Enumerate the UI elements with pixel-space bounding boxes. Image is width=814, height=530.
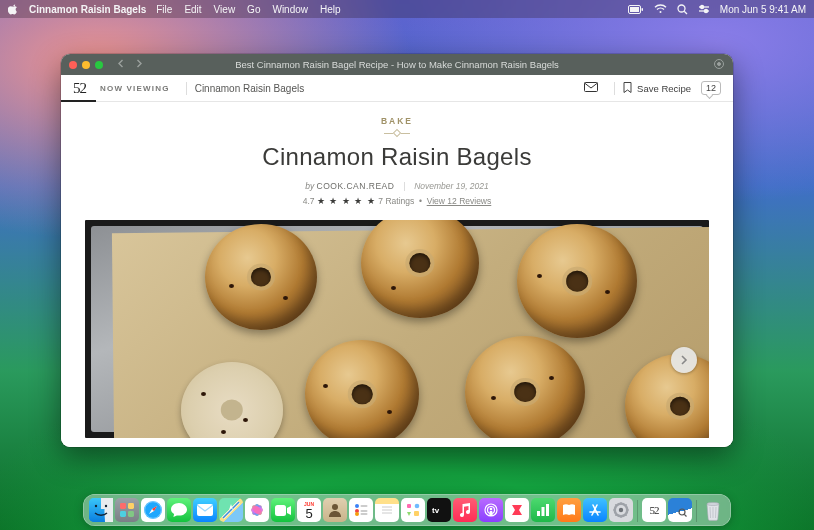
carousel-next-icon[interactable]: [671, 347, 697, 373]
recipe-ratings: 4.7 ★ ★ ★ ★ ★ 7 Ratings • View 12 Review…: [61, 196, 733, 206]
dock-app-appstore[interactable]: [583, 498, 607, 522]
view-reviews-link[interactable]: View 12 Reviews: [427, 196, 492, 206]
bookmark-icon: [623, 82, 632, 95]
recipe-page: BAKE Cinnamon Raisin Bagels by COOK.CAN.…: [61, 102, 733, 447]
svg-marker-47: [407, 512, 411, 516]
svg-point-4: [678, 5, 685, 12]
wifi-icon[interactable]: [654, 4, 667, 14]
dock: JUN 5 tv 52: [83, 494, 731, 526]
svg-rect-16: [120, 503, 126, 509]
search-icon[interactable]: [677, 4, 688, 15]
dock-app-safari[interactable]: [141, 498, 165, 522]
menu-view[interactable]: View: [214, 4, 236, 15]
site-logo[interactable]: 52: [73, 80, 86, 97]
svg-text:tv: tv: [432, 506, 440, 515]
window-title: Best Cinnamon Raisin Bagel Recipe - How …: [61, 59, 733, 70]
svg-point-7: [700, 5, 703, 8]
dock-container: JUN 5 tv 52: [0, 494, 814, 526]
rating-value: 4.7: [303, 196, 315, 206]
recipe-category[interactable]: BAKE: [61, 116, 733, 126]
dock-separator: [637, 500, 638, 522]
menu-go[interactable]: Go: [247, 4, 260, 15]
battery-icon[interactable]: [628, 5, 644, 14]
dock-app-launchpad[interactable]: [115, 498, 139, 522]
ornament-icon: [384, 130, 410, 137]
dock-app-freeform[interactable]: [401, 498, 425, 522]
svg-rect-19: [128, 511, 134, 517]
svg-point-40: [355, 512, 359, 516]
svg-rect-2: [641, 8, 643, 11]
mail-icon[interactable]: [584, 82, 598, 94]
dock-separator: [696, 500, 697, 522]
calendar-day-label: 5: [305, 507, 312, 520]
svg-rect-55: [546, 504, 549, 516]
dock-app-tv[interactable]: tv: [427, 498, 451, 522]
menubar-clock[interactable]: Mon Jun 5 9:41 AM: [720, 4, 806, 15]
dock-app-books[interactable]: [557, 498, 581, 522]
svg-point-70: [679, 509, 685, 515]
svg-point-52: [490, 508, 493, 511]
dock-app-calendar[interactable]: JUN 5: [297, 498, 321, 522]
close-button[interactable]: [69, 61, 77, 69]
menu-file[interactable]: File: [156, 4, 172, 15]
svg-rect-54: [542, 507, 545, 516]
nav-back-icon[interactable]: [117, 59, 125, 70]
dock-trash-icon[interactable]: [701, 498, 725, 522]
svg-line-5: [684, 11, 687, 14]
dock-app-food52[interactable]: 52: [642, 498, 666, 522]
fullscreen-button[interactable]: [95, 61, 103, 69]
dock-app-mail[interactable]: [193, 498, 217, 522]
dock-app-preview[interactable]: [668, 498, 692, 522]
save-recipe-button[interactable]: Save Recipe: [623, 82, 691, 95]
menubar: Cinnamon Raisin Bagels File Edit View Go…: [0, 0, 814, 18]
svg-rect-41: [361, 513, 368, 515]
dock-app-settings[interactable]: [609, 498, 633, 522]
apple-menu-icon[interactable]: [8, 4, 19, 15]
menu-edit[interactable]: Edit: [184, 4, 201, 15]
dock-app-numbers[interactable]: [531, 498, 555, 522]
dock-app-finder[interactable]: [89, 498, 113, 522]
svg-rect-39: [361, 510, 368, 512]
recipe-byline: by COOK.CAN.READ November 19, 2021: [61, 181, 733, 191]
menu-help[interactable]: Help: [320, 4, 341, 15]
dock-app-reminders[interactable]: [349, 498, 373, 522]
window-titlebar[interactable]: Best Cinnamon Raisin Bagel Recipe - How …: [61, 54, 733, 75]
settings-gear-icon[interactable]: [713, 58, 725, 72]
dock-app-maps[interactable]: [219, 498, 243, 522]
breadcrumb[interactable]: Cinnamon Raisin Bagels: [195, 83, 305, 94]
divider: [404, 182, 405, 191]
menubar-app-name[interactable]: Cinnamon Raisin Bagels: [29, 4, 146, 15]
recipe-author[interactable]: COOK.CAN.READ: [317, 181, 395, 191]
svg-line-73: [710, 507, 711, 518]
svg-point-69: [619, 508, 623, 512]
svg-rect-48: [414, 511, 419, 516]
dock-app-notes[interactable]: [375, 498, 399, 522]
svg-rect-37: [361, 505, 368, 507]
dock-app-messages[interactable]: [167, 498, 191, 522]
svg-point-35: [332, 504, 338, 510]
desktop: Cinnamon Raisin Bagels File Edit View Go…: [0, 0, 814, 530]
rating-stars-icon: ★ ★ ★ ★ ★: [317, 196, 376, 206]
minimize-button[interactable]: [82, 61, 90, 69]
window-content: 52 NOW VIEWING Cinnamon Raisin Bagels Sa…: [61, 75, 733, 447]
now-viewing-label: NOW VIEWING: [100, 84, 170, 93]
dock-app-music[interactable]: [453, 498, 477, 522]
svg-point-9: [704, 9, 707, 12]
recipe-hero-image: [85, 220, 709, 438]
dock-app-contacts[interactable]: [323, 498, 347, 522]
control-center-icon[interactable]: [698, 4, 710, 14]
comment-count-badge[interactable]: 12: [701, 81, 721, 95]
ratings-count: 7 Ratings: [378, 196, 414, 206]
dock-app-facetime[interactable]: [271, 498, 295, 522]
svg-rect-1: [630, 7, 639, 12]
dock-app-podcasts[interactable]: [479, 498, 503, 522]
dock-app-photos[interactable]: [245, 498, 269, 522]
svg-rect-53: [537, 511, 540, 516]
svg-point-3: [659, 11, 661, 13]
nav-forward-icon[interactable]: [135, 59, 143, 70]
svg-point-72: [707, 502, 719, 505]
menu-window[interactable]: Window: [272, 4, 308, 15]
dock-app-news[interactable]: [505, 498, 529, 522]
by-label: by: [305, 181, 314, 191]
svg-line-71: [684, 514, 686, 516]
